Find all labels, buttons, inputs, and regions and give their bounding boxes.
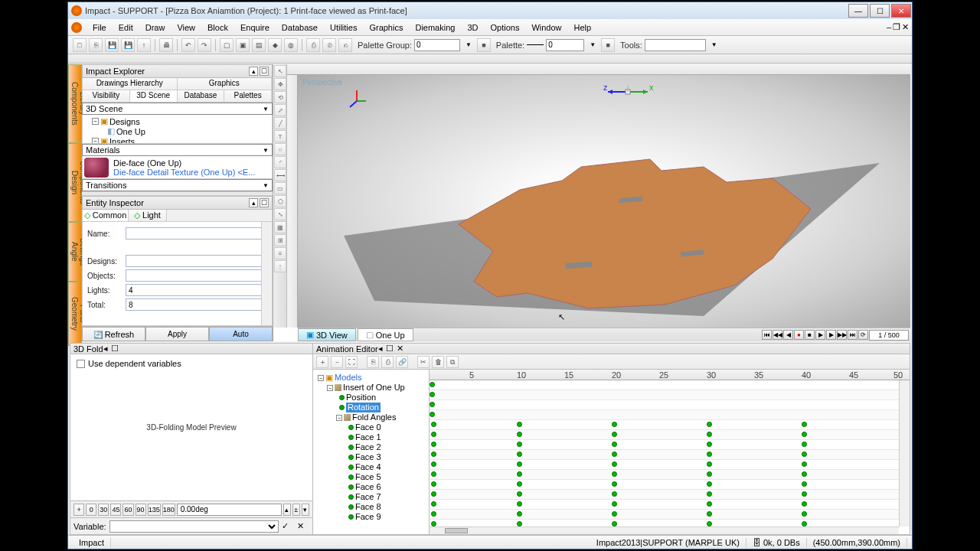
new-button[interactable]: □	[73, 38, 87, 52]
zoom-out-button[interactable]: －	[331, 356, 343, 368]
keyframe-icon[interactable]	[517, 501, 522, 507]
panel-arrow-left-icon[interactable]: ◂	[378, 344, 383, 354]
prev-key-button[interactable]: ◀◀	[773, 330, 782, 340]
keyframe-icon[interactable]	[802, 452, 807, 457]
tree-face[interactable]: Face 5	[355, 472, 381, 482]
timeline-row[interactable]	[430, 440, 899, 450]
keyframe-icon[interactable]	[431, 521, 436, 527]
tree-face[interactable]: Face 7	[355, 492, 381, 502]
tree-face[interactable]: Face 8	[355, 502, 381, 512]
timeline-row[interactable]	[430, 480, 899, 490]
saveall-button[interactable]: 💾	[121, 38, 135, 52]
keyframe-icon[interactable]	[517, 481, 522, 487]
timeline-vscrollbar[interactable]	[899, 380, 910, 527]
expand-icon[interactable]: −	[318, 375, 324, 381]
angle-input[interactable]	[177, 504, 282, 516]
panel-collapse-button[interactable]: ▴	[249, 67, 258, 76]
keyframe-icon[interactable]	[612, 452, 617, 457]
menu-database[interactable]: Database	[276, 21, 324, 34]
menu-utilities[interactable]: Utilities	[324, 21, 363, 34]
play-button[interactable]: ▶	[815, 330, 825, 340]
tree-foldangles[interactable]: Fold Angles	[352, 412, 396, 422]
mdi-restore-icon[interactable]: ❐	[893, 22, 900, 32]
keyframe-icon[interactable]	[707, 442, 712, 447]
tab-database[interactable]: Database	[178, 90, 225, 102]
keyframe-icon[interactable]	[802, 511, 807, 517]
angle-45-button[interactable]: 45	[110, 504, 121, 516]
keyframe-icon[interactable]	[707, 511, 712, 517]
keyframe-icon[interactable]	[431, 481, 436, 487]
zoom-in-button[interactable]: ＋	[316, 356, 328, 368]
save-button[interactable]: 💾	[105, 38, 119, 52]
keyframe-icon[interactable]	[612, 471, 617, 477]
material-box[interactable]: Die-face (One Up) Die-face Detail Textur…	[82, 156, 273, 179]
keyframe-icon[interactable]	[517, 461, 522, 467]
angle-30-button[interactable]: 30	[98, 504, 109, 516]
variable-ok-button[interactable]: ✓	[282, 521, 294, 531]
tool-c-button[interactable]: ▤	[252, 38, 266, 52]
keyframe-icon[interactable]	[802, 521, 807, 527]
minimize-button[interactable]: —	[848, 4, 868, 18]
vtool-rotate[interactable]: ⟲	[274, 91, 286, 103]
keyframe-icon[interactable]	[517, 471, 522, 477]
timeline-row[interactable]	[430, 510, 899, 520]
menu-edit[interactable]: Edit	[113, 21, 139, 34]
angle-180-button[interactable]: 180	[162, 504, 175, 516]
keyframe-icon[interactable]	[612, 461, 617, 467]
keyframe-icon[interactable]	[431, 452, 436, 457]
keyframe-icon[interactable]	[430, 392, 435, 397]
sidetab-design-components[interactable]: Design Components	[68, 143, 82, 222]
first-frame-button[interactable]: ⏮	[762, 330, 772, 340]
menu-options[interactable]: Options	[484, 21, 525, 34]
tree-face[interactable]: Face 6	[355, 482, 381, 492]
keyframe-icon[interactable]	[517, 511, 522, 517]
angle-135-button[interactable]: 135	[148, 504, 161, 516]
timeline-row[interactable]	[430, 490, 899, 500]
angle-dropdown-button[interactable]: ▾	[302, 504, 309, 516]
dropdown-icon[interactable]: ▼	[466, 41, 472, 48]
materials-combo[interactable]: Materials▼	[82, 144, 273, 156]
tool-d-button[interactable]: ◆	[268, 38, 282, 52]
vtool-dim[interactable]: ⟷	[274, 169, 286, 181]
input-name[interactable]	[126, 227, 267, 240]
tool-f-button[interactable]: ⎙	[306, 38, 320, 52]
open-button[interactable]: ⎘	[89, 38, 103, 52]
mdi-minimize-icon[interactable]: –	[887, 22, 891, 32]
keyframe-icon[interactable]	[517, 521, 522, 527]
menu-diemaking[interactable]: Diemaking	[409, 21, 461, 34]
mdi-close-icon[interactable]: ✕	[902, 22, 909, 32]
keyframe-icon[interactable]	[612, 491, 617, 497]
keyframe-icon[interactable]	[431, 422, 436, 427]
keyframe-icon[interactable]	[431, 511, 436, 517]
link-button[interactable]: 🔗	[396, 356, 408, 368]
frame-display[interactable]	[869, 330, 909, 341]
timeline-row[interactable]	[430, 500, 899, 510]
menu-draw[interactable]: Draw	[139, 21, 172, 34]
angle-90-button[interactable]: 90	[136, 504, 146, 516]
sidetab-components-library[interactable]: Components Library	[68, 64, 82, 143]
expand-icon[interactable]: −	[327, 385, 333, 391]
stop-button[interactable]: ■	[805, 330, 815, 340]
vtool-snap[interactable]: ⊞	[274, 234, 286, 246]
tab-3d-view[interactable]: ▣3D View	[298, 328, 356, 341]
next-frame-button[interactable]: ▶	[826, 330, 836, 340]
tab-graphics[interactable]: Graphics	[178, 78, 273, 90]
keyframe-icon[interactable]	[430, 382, 435, 387]
input-lights[interactable]	[126, 284, 267, 296]
timeline-row[interactable]	[430, 400, 899, 410]
scrollbar[interactable]	[261, 222, 272, 325]
vtool-pan[interactable]: ✥	[274, 78, 286, 90]
vtool-poly[interactable]: ⬠	[274, 195, 286, 207]
tab-light[interactable]: ◇Light	[129, 210, 167, 221]
keyframe-icon[interactable]	[431, 501, 436, 507]
palette-group-input[interactable]	[414, 39, 460, 51]
menu-help[interactable]: Help	[568, 21, 598, 34]
tab-visibility[interactable]: Visibility	[83, 90, 130, 102]
tree-face[interactable]: Face 9	[355, 512, 381, 522]
keyframe-icon[interactable]	[517, 432, 522, 437]
dropdown-icon[interactable]: ▼	[590, 41, 596, 48]
angle-60-button[interactable]: 60	[122, 504, 133, 516]
record-button[interactable]: ●	[794, 330, 804, 340]
tree-face[interactable]: Face 1	[355, 432, 381, 442]
variable-cancel-button[interactable]: ✕	[297, 521, 309, 531]
